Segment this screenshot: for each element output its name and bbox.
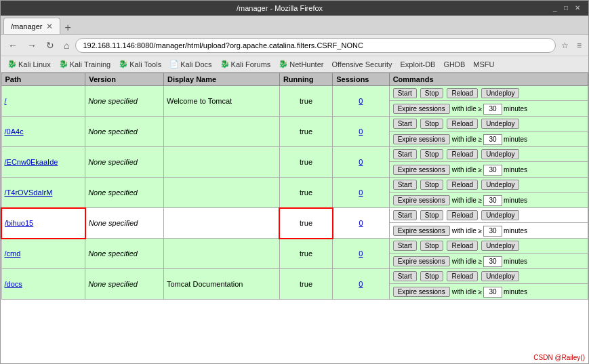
- reload-button[interactable]: Reload: [447, 271, 478, 281]
- reload-button[interactable]: Reload: [447, 88, 478, 98]
- bookmark-kali-docs[interactable]: 📄 Kali Docs: [167, 58, 214, 70]
- table-row: /T4rOVSdaIrMNone specifiedtrue0 Start St…: [1, 178, 588, 193]
- undeploy-button[interactable]: Undeploy: [481, 119, 519, 129]
- sessions-link[interactable]: 0: [359, 188, 363, 197]
- version-cell: None specified: [85, 239, 164, 269]
- idle-minutes-input[interactable]: [483, 104, 502, 115]
- start-button[interactable]: Start: [393, 88, 417, 98]
- sessions-link[interactable]: 0: [359, 158, 363, 166]
- back-button[interactable]: ←: [5, 39, 21, 52]
- reload-button[interactable]: Reload: [447, 180, 478, 190]
- sessions-link[interactable]: 0: [359, 219, 363, 227]
- expire-sessions-button[interactable]: Expire sessions: [393, 287, 450, 297]
- stop-button[interactable]: Stop: [420, 180, 444, 190]
- maximize-icon[interactable]: □: [564, 4, 572, 12]
- idle-minutes-input[interactable]: [483, 134, 502, 145]
- idle-minutes-input[interactable]: [483, 256, 502, 267]
- idle-minutes-input[interactable]: [483, 165, 502, 176]
- expire-sessions-button[interactable]: Expire sessions: [393, 226, 450, 236]
- bookmark-kali-training[interactable]: 🐉 Kali Training: [56, 58, 114, 70]
- path-cell: /cmd: [1, 239, 85, 269]
- home-button[interactable]: ⌂: [60, 39, 73, 52]
- reload-button[interactable]: Reload: [447, 149, 478, 159]
- expire-sessions-button[interactable]: Expire sessions: [393, 165, 450, 175]
- bookmark-kali-linux[interactable]: 🐉 Kali Linux: [5, 58, 54, 70]
- path-cell: /docs: [1, 269, 85, 300]
- undeploy-button[interactable]: Undeploy: [481, 241, 519, 251]
- start-button[interactable]: Start: [393, 241, 417, 251]
- path-link[interactable]: /0A4c: [5, 127, 24, 136]
- stop-button[interactable]: Stop: [420, 210, 444, 220]
- bookmark-kali-forums[interactable]: 🐉 Kali Forums: [218, 58, 274, 70]
- undeploy-button[interactable]: Undeploy: [481, 180, 519, 190]
- start-button[interactable]: Start: [393, 210, 417, 220]
- path-link[interactable]: /bihuo15: [5, 219, 33, 227]
- stop-button[interactable]: Stop: [420, 119, 444, 129]
- expire-sessions-button[interactable]: Expire sessions: [393, 104, 450, 114]
- sessions-link[interactable]: 0: [359, 280, 363, 288]
- menu-icon[interactable]: ≡: [574, 39, 584, 52]
- url-bar[interactable]: [75, 38, 556, 53]
- reload-button[interactable]: Reload: [447, 241, 478, 251]
- bookmark-nethunter[interactable]: 🐉 NetHunter: [276, 58, 326, 70]
- minutes-label: minutes: [504, 166, 527, 174]
- reload-button[interactable]: Reload: [447, 119, 478, 129]
- undeploy-button[interactable]: Undeploy: [481, 88, 519, 98]
- expire-sessions-button[interactable]: Expire sessions: [393, 256, 450, 266]
- version-value: None specified: [88, 280, 138, 288]
- start-button[interactable]: Start: [393, 271, 417, 281]
- sessions-link[interactable]: 0: [359, 127, 363, 136]
- stop-button[interactable]: Stop: [420, 271, 444, 281]
- bookmark-offensive-security[interactable]: Offensive Security: [329, 59, 394, 70]
- bookmark-msfu[interactable]: MSFU: [470, 59, 497, 70]
- active-tab[interactable]: /manager ✕: [3, 18, 60, 34]
- commands-bottom-cell: Expire sessions with idle ≥ minutes: [389, 223, 588, 239]
- commands-top-cell: Start Stop Reload Undeploy: [389, 117, 588, 132]
- close-icon[interactable]: ✕: [575, 4, 583, 12]
- minutes-label: minutes: [504, 258, 527, 265]
- path-link[interactable]: /T4rOVSdaIrM: [5, 188, 53, 197]
- expire-sessions-button[interactable]: Expire sessions: [393, 134, 450, 144]
- tab-close-button[interactable]: ✕: [46, 22, 53, 31]
- stop-button[interactable]: Stop: [420, 149, 444, 159]
- bookmarks-icon[interactable]: ☆: [558, 39, 571, 52]
- sessions-cell: 0: [333, 86, 389, 117]
- sessions-cell: 0: [333, 269, 389, 300]
- idle-minutes-input[interactable]: [483, 287, 502, 298]
- idle-minutes-input[interactable]: [483, 226, 502, 237]
- version-cell: None specified: [85, 178, 164, 208]
- undeploy-button[interactable]: Undeploy: [481, 149, 519, 159]
- undeploy-button[interactable]: Undeploy: [481, 271, 519, 281]
- stop-button[interactable]: Stop: [420, 88, 444, 98]
- path-link[interactable]: /: [5, 97, 7, 105]
- sessions-link[interactable]: 0: [359, 249, 363, 258]
- new-tab-button[interactable]: +: [60, 22, 75, 34]
- reload-button[interactable]: ↻: [43, 39, 58, 52]
- path-link[interactable]: /ECnw0EkaaIde: [5, 158, 58, 166]
- table-row: /docsNone specifiedTomcat Documentationt…: [1, 269, 588, 284]
- undeploy-button[interactable]: Undeploy: [481, 210, 519, 220]
- start-button[interactable]: Start: [393, 119, 417, 129]
- expire-sessions-button[interactable]: Expire sessions: [393, 195, 450, 205]
- col-header-sessions: Sessions: [333, 73, 389, 86]
- version-value: None specified: [88, 249, 138, 258]
- start-button[interactable]: Start: [393, 180, 417, 190]
- minimize-icon[interactable]: _: [553, 4, 561, 12]
- stop-button[interactable]: Stop: [420, 241, 444, 251]
- running-cell: true: [279, 269, 332, 300]
- forward-button[interactable]: →: [24, 39, 40, 52]
- table-row: /cmdNone specifiedtrue0 Start Stop Reloa…: [1, 239, 588, 254]
- bookmark-kali-tools[interactable]: 🐉 Kali Tools: [116, 58, 164, 70]
- display-name-cell: [163, 239, 279, 269]
- path-cell: /: [1, 86, 85, 117]
- start-button[interactable]: Start: [393, 149, 417, 159]
- bookmark-ghdb[interactable]: GHDB: [441, 59, 468, 70]
- bookmark-exploit-db[interactable]: Exploit-DB: [398, 59, 439, 70]
- with-idle-label: with idle ≥: [452, 166, 482, 174]
- path-link[interactable]: /docs: [5, 280, 22, 288]
- sessions-link[interactable]: 0: [359, 97, 363, 105]
- table-scroll-area[interactable]: Path Version Display Name Running Sessio…: [1, 73, 588, 363]
- path-link[interactable]: /cmd: [5, 249, 21, 258]
- idle-minutes-input[interactable]: [483, 195, 502, 206]
- reload-button[interactable]: Reload: [447, 210, 478, 220]
